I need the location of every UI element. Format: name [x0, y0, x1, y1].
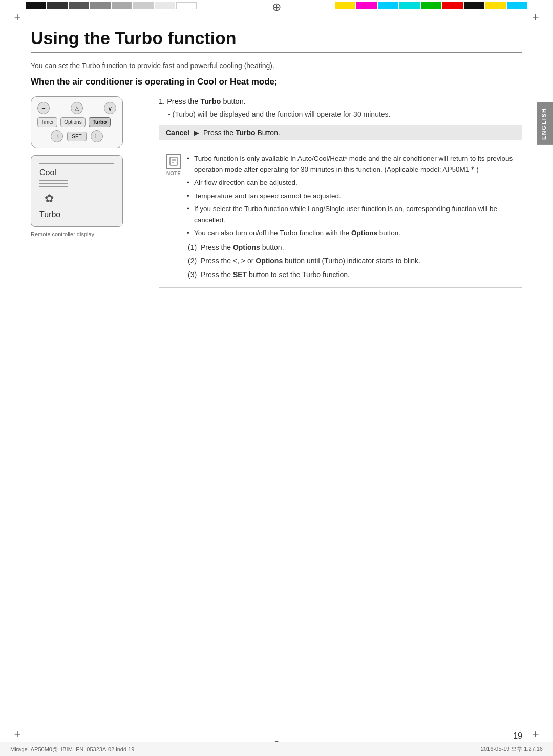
remote-btn-right: 〉 [91, 130, 103, 142]
note-numbered-list: (1) Press the Options button. (2) Press … [187, 242, 515, 280]
color-bars-left [26, 2, 197, 9]
color-bar [90, 2, 111, 9]
remote-btn-down: ∨ [104, 102, 116, 114]
color-bar [69, 2, 89, 9]
display-top-section: Cool [39, 163, 114, 179]
options-bold: Options [351, 229, 377, 237]
arrow-right-icon: ▶ [194, 129, 199, 137]
color-bar [421, 2, 441, 9]
remote-buttons-row: Timer Options Turbo [37, 117, 116, 127]
display-divider [39, 163, 114, 164]
color-bars-right [335, 2, 527, 9]
color-bar [155, 2, 175, 9]
step-1: 1. Press the Turbo button. - (Turbo) wil… [159, 96, 522, 120]
display-turbo-label: Turbo [39, 210, 60, 219]
remote-controller-top: − △ ∨ Timer Options Turbo 〈 SET 〉 [31, 96, 123, 148]
cancel-text: Press the Turbo Button. [203, 129, 280, 137]
note-icon-container: NOTE [166, 153, 181, 178]
right-column: 1. Press the Turbo button. - (Turbo) wil… [159, 96, 522, 294]
left-column: − △ ∨ Timer Options Turbo 〈 SET 〉 [31, 96, 143, 237]
note-label: NOTE [166, 170, 181, 178]
step-1-turbo-bold: Turbo [200, 97, 221, 106]
remote-icons-row: − △ ∨ [37, 102, 116, 114]
reg-mark-br: + [529, 728, 542, 741]
color-bar [356, 2, 377, 9]
note-bullet-3: Temperature and fan speed cannot be adju… [187, 191, 515, 202]
color-bar [507, 2, 527, 9]
step-1-number: 1. [159, 97, 167, 106]
note-icon [166, 154, 181, 169]
reg-mark-tr: + [529, 11, 542, 24]
note-options-bold-1: Options [233, 243, 260, 251]
step-1-sub: - (Turbo) will be displayed and the func… [159, 109, 522, 120]
cancel-bar: Cancel ▶ Press the Turbo Button. [159, 125, 522, 140]
reg-mark-tl: + [11, 11, 24, 24]
page-content: Using the Turbo function You can set the… [31, 28, 522, 725]
display-bar-2 [39, 183, 68, 184]
color-bar [335, 2, 355, 9]
subtitle: When the air conditioner is operating in… [31, 77, 522, 87]
remote-display-panel: Cool ✿ Turbo [31, 155, 123, 227]
note-bullet-5: You can also turn on/off the Turbo funct… [187, 227, 515, 239]
remote-btn-left: 〈 [51, 130, 63, 142]
note-set-bold: SET [233, 270, 247, 279]
color-bar [47, 2, 68, 9]
color-bar [485, 2, 506, 9]
note-options-bold-2: Options [256, 257, 283, 265]
step-1-text-pre: Press the [167, 97, 200, 106]
note-bullets: Turbo function is only available in Auto… [187, 153, 515, 239]
remote-btn-fan: △ [71, 102, 83, 114]
step-1-dash: - [168, 110, 173, 118]
color-bar [442, 2, 463, 9]
note-content: Turbo function is only available in Auto… [187, 153, 515, 282]
color-bar [464, 2, 484, 9]
remote-btn-set: SET [67, 132, 86, 141]
color-bar [133, 2, 154, 9]
cancel-turbo-bold: Turbo [236, 129, 256, 137]
color-bar [378, 2, 398, 9]
step-1-sub-text: (Turbo) will be displayed and the functi… [173, 110, 391, 118]
note-step-3: (3) Press the SET button to set the Turb… [187, 269, 515, 280]
display-bars [39, 180, 68, 187]
display-bar-1 [39, 180, 68, 181]
page-title: Using the Turbo function [31, 28, 522, 53]
step-1-text-end: button. [221, 97, 245, 106]
remote-btn-turbo: Turbo [89, 117, 111, 127]
note-step-1: (1) Press the Options button. [187, 242, 515, 253]
reg-mark-top: ⊕ [270, 1, 283, 13]
note-bullet-2: Air flow direction can be adjusted. [187, 177, 515, 188]
note-box: NOTE Turbo function is only available in… [159, 148, 522, 288]
color-bar [26, 2, 46, 9]
remote-caption: Remote controller display [31, 231, 143, 237]
color-bar [399, 2, 420, 9]
main-columns: − △ ∨ Timer Options Turbo 〈 SET 〉 [31, 96, 522, 294]
reg-mark-bl: + [11, 728, 24, 741]
english-sidebar: ENGLISH [537, 102, 553, 145]
remote-nav-row: 〈 SET 〉 [37, 130, 116, 142]
display-bar-3 [39, 186, 68, 187]
intro-text: You can set the Turbo function to provid… [31, 61, 522, 70]
footer-bar: Mirage_AP50M0@_IBIM_EN_05323A-02.indd 19… [0, 742, 553, 756]
color-bar [112, 2, 132, 9]
note-icon-svg [169, 157, 178, 166]
fan-icon: ✿ [45, 192, 54, 205]
remote-btn-timer: Timer [37, 117, 57, 127]
page-number: 19 [513, 731, 522, 741]
cancel-label: Cancel [166, 129, 189, 137]
display-cool-label: Cool [39, 168, 114, 177]
footer-left: Mirage_AP50M0@_IBIM_EN_05323A-02.indd 19 [10, 746, 134, 752]
note-bullet-1: Turbo function is only available in Auto… [187, 153, 515, 175]
remote-btn-options: Options [60, 117, 85, 127]
color-bar [176, 2, 197, 9]
note-step-2: (2) Press the <, > or Options button unt… [187, 255, 515, 266]
remote-btn-minus: − [37, 102, 50, 114]
footer-right: 2016-05-19 오후 1:27:16 [481, 745, 543, 753]
note-bullet-4: If you select the Turbo function while L… [187, 203, 515, 225]
svg-rect-0 [170, 157, 177, 165]
